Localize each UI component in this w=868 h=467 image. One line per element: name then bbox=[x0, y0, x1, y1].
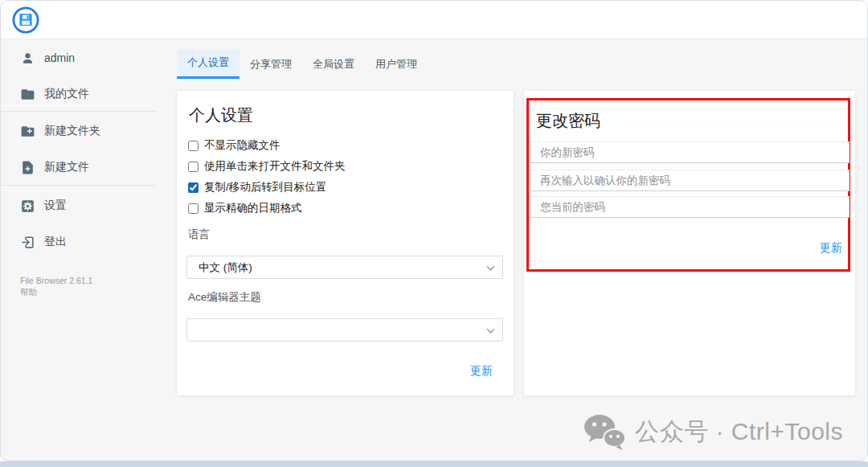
new-folder-icon bbox=[20, 124, 35, 139]
change-password-card: 更改密码 更新 bbox=[524, 91, 855, 395]
password-update-button[interactable]: 更新 bbox=[820, 241, 842, 256]
settings-tabs: 个人设置 分享管理 全局设置 用户管理 bbox=[177, 49, 428, 79]
app-version: File Browser 2.61.1 bbox=[20, 275, 92, 286]
confirm-password-input[interactable] bbox=[530, 170, 850, 191]
tab-share-management[interactable]: 分享管理 bbox=[240, 49, 302, 79]
language-select-wrap: 中文 (简体) bbox=[186, 256, 503, 279]
checkbox-input[interactable] bbox=[188, 162, 199, 172]
checkbox-exact-date-format[interactable]: 显示精确的日期格式 bbox=[188, 201, 302, 215]
checkbox-hide-hidden-files[interactable]: 不显示隐藏文件 bbox=[188, 138, 280, 153]
checkbox-label: 复制/移动后转到目标位置 bbox=[204, 180, 326, 195]
ace-theme-select[interactable] bbox=[186, 318, 503, 342]
tab-user-management[interactable]: 用户管理 bbox=[365, 49, 428, 79]
header-bar bbox=[1, 1, 867, 39]
sidebar-item-label: 设置 bbox=[44, 199, 67, 213]
checkbox-label: 显示精确的日期格式 bbox=[204, 201, 302, 215]
sidebar-item-new-folder[interactable]: 新建文件夹 bbox=[20, 122, 100, 140]
page-background-strip bbox=[0, 461, 868, 467]
wechat-icon bbox=[583, 413, 625, 450]
file-browser-window: admin 我的文件 新建文件夹 新建文件 bbox=[0, 0, 868, 461]
checkbox-single-click-open[interactable]: 使用单击来打开文件和文件夹 bbox=[188, 159, 346, 174]
sidebar-item-logout[interactable]: 登出 bbox=[20, 233, 67, 251]
card-title: 更改密码 bbox=[536, 110, 600, 132]
sidebar-item-label: 登出 bbox=[44, 235, 67, 249]
sidebar-user-label: admin bbox=[44, 51, 75, 64]
checkbox-goto-after-copy[interactable]: 复制/移动后转到目标位置 bbox=[188, 180, 326, 195]
language-select[interactable]: 中文 (简体) bbox=[186, 256, 503, 279]
checkbox-input[interactable] bbox=[188, 141, 199, 151]
ace-theme-select-wrap bbox=[186, 318, 503, 342]
current-password-input[interactable] bbox=[530, 196, 850, 218]
logout-icon bbox=[20, 235, 35, 250]
watermark: 公众号 · Ctrl+Tools bbox=[583, 411, 843, 453]
checkbox-label: 不显示隐藏文件 bbox=[204, 138, 280, 153]
tab-personal-settings[interactable]: 个人设置 bbox=[177, 49, 240, 79]
person-icon bbox=[20, 51, 35, 66]
sidebar-divider bbox=[1, 111, 156, 112]
new-file-icon bbox=[20, 160, 35, 175]
app-logo[interactable] bbox=[12, 6, 39, 34]
profile-settings-card: 个人设置 不显示隐藏文件 使用单击来打开文件和文件夹 复制/移动后转到目标位置 … bbox=[177, 91, 514, 395]
sidebar-item-label: 新建文件 bbox=[44, 160, 89, 174]
sidebar-item-label: 新建文件夹 bbox=[44, 124, 100, 138]
screenshot-root: admin 我的文件 新建文件夹 新建文件 bbox=[0, 0, 868, 467]
settings-icon bbox=[20, 199, 35, 214]
sidebar-item-settings[interactable]: 设置 bbox=[20, 197, 67, 215]
new-password-input[interactable] bbox=[530, 141, 850, 163]
folder-icon bbox=[20, 87, 35, 102]
sidebar-divider bbox=[1, 185, 156, 186]
checkbox-input[interactable] bbox=[188, 203, 199, 214]
sidebar-item-label: 我的文件 bbox=[44, 87, 89, 101]
sidebar-item-admin[interactable]: admin bbox=[20, 49, 75, 67]
card-title: 个人设置 bbox=[189, 104, 253, 126]
checkbox-input[interactable] bbox=[188, 182, 199, 193]
sidebar-item-my-files[interactable]: 我的文件 bbox=[20, 85, 89, 103]
watermark-text: 公众号 · Ctrl+Tools bbox=[635, 416, 843, 449]
floppy-disk-icon bbox=[12, 6, 39, 34]
language-label: 语言 bbox=[188, 227, 210, 242]
sidebar-item-new-file[interactable]: 新建文件 bbox=[20, 158, 89, 176]
profile-update-button[interactable]: 更新 bbox=[470, 364, 493, 379]
help-link[interactable]: 帮助 bbox=[20, 286, 92, 297]
ace-theme-label: Ace编辑器主题 bbox=[188, 290, 261, 305]
tab-global-settings[interactable]: 全局设置 bbox=[302, 49, 365, 79]
checkbox-label: 使用单击来打开文件和文件夹 bbox=[204, 159, 346, 174]
